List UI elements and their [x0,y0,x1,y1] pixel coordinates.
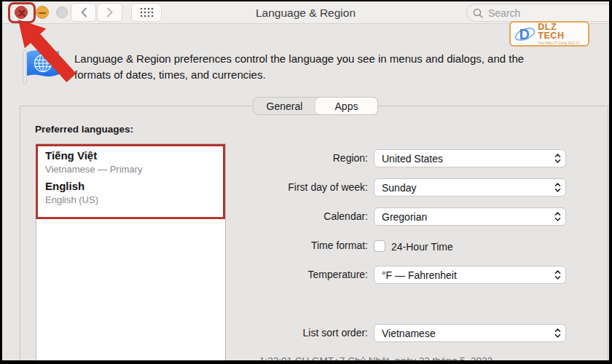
tab-bar: General Apps [253,97,378,115]
first-day-label: First day of week: [240,178,368,197]
temperature-select[interactable]: °F — Fahrenheit [374,266,566,284]
preferred-languages-list[interactable]: Tiếng Việt Vietnamese — Primary English … [36,143,226,360]
watermark-brand: DLZ TECH [538,23,585,41]
stepper-chevrons-icon [554,182,561,193]
watermark-tagline: Tìm Hiểu IT Cùng DLZ IT [538,42,585,46]
svg-text:D: D [519,25,530,41]
stepper-chevrons-icon [554,328,561,339]
first-day-value: Sunday [382,182,554,194]
search-field[interactable] [466,4,609,22]
first-day-select[interactable]: Sunday [374,178,566,197]
zoom-button[interactable] [56,7,68,18]
chevron-right-icon [106,7,114,17]
region-select[interactable]: United States [374,149,566,167]
temperature-label: Temperature: [240,266,368,284]
language-detail: Vietnamese — Primary [45,164,225,175]
search-input[interactable] [487,7,581,20]
calendar-value: Gregorian [382,211,554,223]
24-hour-checkbox[interactable] [374,240,385,252]
calendar-select[interactable]: Gregorian [374,207,566,226]
region-label: Region: [240,149,368,167]
temperature-value: °F — Fahrenheit [382,269,554,281]
annotation-highlight-close [8,2,36,23]
window: Language & Region Language & Region pref… [2,1,609,360]
forward-button[interactable] [97,3,122,22]
pane-description: Language & Region preferences control th… [74,51,603,83]
tab-apps[interactable]: Apps [315,98,377,114]
list-item-language[interactable]: English English (US) [36,175,225,205]
time-format-label: Time format: [240,237,368,255]
stepper-chevrons-icon [554,269,561,280]
search-icon [473,8,483,18]
tab-general[interactable]: General [254,98,315,114]
region-value: United States [382,153,554,165]
list-sort-order-select[interactable]: Vietnamese [374,324,566,342]
back-button[interactable] [71,3,96,22]
dlz-logo-icon: D [514,23,536,45]
minimize-button[interactable] [36,6,49,19]
stepper-chevrons-icon [554,211,561,222]
dlz-tech-watermark: D DLZ TECH Tìm Hiểu IT Cùng DLZ IT [509,21,589,47]
list-item-language[interactable]: Tiếng Việt Vietnamese — Primary [36,144,225,175]
language-name: Tiếng Việt [45,149,225,162]
calendar-label: Calendar: [240,207,368,226]
pane-description-line2: formats of dates, times, and currencies. [74,68,266,81]
chevron-left-icon [80,7,87,17]
preferred-languages-label: Preferred languages: [35,124,133,135]
list-sort-order-label: List sort order: [240,324,368,342]
pane-description-line1: Language & Region preferences control th… [74,52,524,65]
app-grid-icon [140,7,154,17]
language-detail: English (US) [45,194,225,205]
stepper-chevrons-icon [554,153,561,164]
language-region-flag-icon [22,48,61,86]
date-time-preview: 1:23:01 CH GMT+7 Chủ Nhật, ngày 22 tháng… [259,355,609,360]
show-all-preferences-button[interactable] [131,3,162,22]
list-sort-order-value: Vietnamese [382,328,554,339]
language-name: English [45,180,225,192]
24-hour-label: 24-Hour Time [391,241,453,253]
